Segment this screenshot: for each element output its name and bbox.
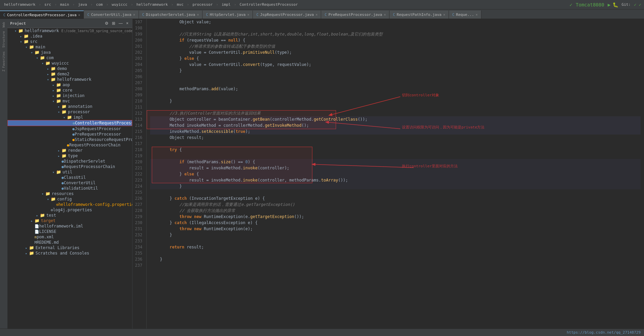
code-line-198 [150, 25, 641, 31]
tree-item-demo2[interactable]: ▸ 📁 demo2 [7, 71, 132, 77]
breadcrumb-com[interactable]: com [95, 2, 104, 7]
tree-item-demo[interactable]: ▸ 📁 demo [7, 66, 132, 71]
sidebar-gear-btn[interactable]: ⚙ [104, 21, 110, 26]
tree-item-license[interactable]: 📄 LICENSE [7, 229, 132, 234]
code-area[interactable]: 197 198 199 200 201 202 203 204 205 206 … [133, 19, 644, 329]
code-line-200: if (requestValue == null) { [150, 37, 641, 43]
tree-label: RequestProcessorChain [69, 143, 121, 147]
tab-close-icon[interactable]: × [197, 13, 199, 17]
tree-item-java[interactable]: ▾ 📁 java [7, 50, 132, 55]
tree-item-processor[interactable]: ▾ 📁 processor [7, 109, 132, 115]
code-line-203: } else { [150, 55, 641, 62]
breadcrumb-impl[interactable]: impl [220, 2, 232, 7]
tree-label: helloframework E:/code_learn/10_spring_s… [25, 28, 132, 33]
edge-tab-structure[interactable]: Structure [1, 30, 6, 49]
tree-item-com[interactable]: ▾ 📁 com [7, 55, 132, 61]
debug-button[interactable]: 🐛 [613, 2, 618, 7]
tab-close-icon[interactable]: × [443, 13, 445, 17]
tree-item-converter-util[interactable]: ● ConverterUtil [7, 180, 132, 186]
folder-icon: 📁 [56, 88, 61, 93]
sidebar-expand-btn[interactable]: ⊞ [111, 21, 116, 26]
tree-item-helloframework-root[interactable]: ▾ 📁 helloframework E:/code_learn/10_spri… [7, 28, 132, 33]
run-button[interactable]: ▶ [607, 2, 610, 7]
tab-close-icon[interactable]: × [247, 13, 249, 17]
iml-icon: 📄 [34, 224, 39, 229]
tree-item-src[interactable]: ▾ 📁 src [7, 39, 132, 44]
tree-item-annotation[interactable]: ▸ 📁 annotation [7, 104, 132, 109]
sidebar-close-btn[interactable]: × [125, 21, 129, 26]
folder-icon: 📁 [34, 50, 40, 55]
tree-item-idea[interactable]: ▸ 📁 .idea [7, 33, 132, 39]
breadcrumb-wuyiccc[interactable]: wuyiccc [111, 2, 129, 7]
tab-request-path-info[interactable]: C RequestPathInfo.java × [389, 10, 449, 19]
tree-item-target[interactable]: ▸ 📁 target [7, 218, 132, 223]
tree-item-pom[interactable]: m pom.xml [7, 234, 132, 240]
tab-controller-request-processor[interactable]: C ControllerRequestProcessor.java × [0, 10, 84, 19]
run-config-label[interactable]: Tomcat8080 [574, 1, 605, 8]
tree-item-redeme[interactable]: M REDEME.md [7, 240, 132, 245]
tree-item-resources[interactable]: ▾ 📁 resources [7, 191, 132, 196]
tree-item-render[interactable]: ▸ 📁 render [7, 148, 132, 153]
tree-item-validation-util[interactable]: ● ValidationUtil [7, 186, 132, 191]
folder-icon: 📁 [62, 110, 67, 114]
tab-close-icon[interactable]: × [384, 13, 386, 17]
tree-item-config-properties[interactable]: ⚙ helloframework-config.properties [7, 202, 132, 207]
breadcrumb-helloframework[interactable]: helloframework [135, 2, 169, 7]
folder-icon: 📁 [51, 77, 56, 82]
tab-http-servlet[interactable]: C HttpServlet.java × [202, 10, 253, 19]
breadcrumb-src[interactable]: src [43, 2, 52, 7]
tree-item-request-processor-chain[interactable]: ● RequestProcessorChain [7, 142, 132, 148]
tree-item-util[interactable]: ▾ 📁 util [7, 169, 132, 175]
java-circle-icon: ● [62, 159, 64, 164]
tab-close-icon[interactable]: × [133, 13, 135, 17]
tree-item-pre-request-processor[interactable]: ● PreRequestProcessor [7, 131, 132, 137]
tab-converter-util[interactable]: C ConverterUtil.java × [84, 10, 139, 19]
breadcrumb-java[interactable]: java [77, 2, 89, 7]
breadcrumb-class[interactable]: ControllerRequestProcessor [238, 2, 299, 7]
tab-dispatcher-servlet[interactable]: C DispatcherServlet.java × [139, 10, 203, 19]
tab-close-icon[interactable]: × [78, 13, 80, 17]
tree-item-dispatcher-servlet[interactable]: ● DispatcherServlet [7, 159, 132, 164]
tree-label: pom.xml [37, 235, 54, 239]
tab-jsp-request-processor[interactable]: C JspRequestProcessor.java × [253, 10, 321, 19]
tree-item-config[interactable]: ▾ 📁 config [7, 196, 132, 202]
java-circle-icon: ● [72, 127, 75, 131]
tree-item-log4j[interactable]: ⚙ log4j.properties [7, 207, 132, 213]
tree-item-wuyiccc[interactable]: ▾ 📁 wuyiccc [7, 61, 132, 66]
tree-item-test[interactable]: ▸ 📁 test [7, 213, 132, 218]
tree-item-request-processor-chain2[interactable]: ● RequestProcessorChain [7, 164, 132, 169]
tree-item-aop[interactable]: ▸ 📁 aop [7, 82, 132, 88]
code-line-235 [150, 250, 641, 256]
tree-item-helloframework-pkg[interactable]: ▾ 📁 helloframework [7, 77, 132, 82]
tree-item-mvc[interactable]: ▾ 📁 mvc [7, 98, 132, 104]
tree-label: REDEME.md [37, 240, 59, 245]
app-title[interactable]: helloframework [3, 2, 37, 7]
breadcrumb-mvc[interactable]: mvc [175, 2, 185, 7]
tree-item-class-util[interactable]: ● ClassUtil [7, 175, 132, 180]
folder-icon: 📁 [34, 218, 40, 223]
tree-item-core[interactable]: ▸ 📁 core [7, 88, 132, 93]
edge-tab-z-favorites[interactable]: Z Favorites [1, 50, 6, 73]
tree-item-main[interactable]: ▾ 📁 main [7, 44, 132, 50]
sidebar-collapse-btn[interactable]: — [118, 21, 124, 26]
code-content[interactable]: 切到controller对象 设置访问权限为可访问，因为可能是private方法… [147, 19, 644, 329]
tree-label: ValidationUtil [64, 186, 98, 191]
tree-label: Scratches and Consoles [35, 251, 89, 256]
tree-item-helloframework-iml[interactable]: 📄 helloframework.iml [7, 223, 132, 229]
tree-item-impl[interactable]: ▾ 📁 impl [7, 115, 132, 120]
tree-item-injection[interactable]: ▸ 📁 injection [7, 93, 132, 98]
tab-pre-request-processor[interactable]: C PreRequestProcessor.java × [321, 10, 389, 19]
tree-item-type[interactable]: ▸ 📁 type [7, 153, 132, 159]
tree-item-static-resource-request-processor[interactable]: ● StaticResourceRequestProcessor [7, 137, 132, 142]
sidebar-title: Project [10, 21, 26, 26]
breadcrumb-processor[interactable]: processor [191, 2, 214, 7]
edge-tab-web[interactable]: Web [1, 21, 6, 29]
tab-close-icon[interactable]: × [315, 13, 317, 17]
tree-item-external-libraries[interactable]: ▸ 📁 External Libraries [7, 245, 132, 250]
tree-item-jsp-request-processor[interactable]: ● JspRequestProcessor [7, 126, 132, 131]
breadcrumb-main[interactable]: main [59, 2, 71, 7]
tree-item-controller-request-processor[interactable]: ● ControllerRequestProcessor [7, 120, 132, 126]
tree-item-scratches[interactable]: ▸ 📁 Scratches and Consoles [7, 250, 132, 256]
tab-reque[interactable]: C Reque... × [449, 10, 481, 19]
tab-close-icon[interactable]: × [476, 13, 478, 17]
